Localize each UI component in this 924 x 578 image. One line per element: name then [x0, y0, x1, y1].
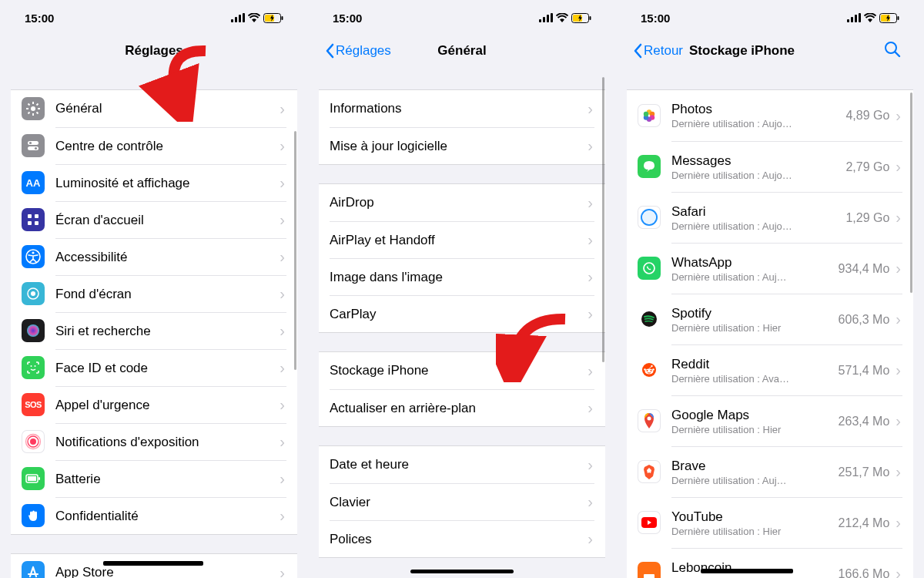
svg-point-62 [644, 263, 654, 274]
status-indicators [847, 13, 899, 23]
settings-row-face-id-et-code[interactable]: Face ID et code › [11, 349, 297, 386]
storage-row-whatsapp[interactable]: WhatsApp Dernière utilisation : Auj… 934… [627, 243, 913, 294]
settings-row-centre-de-contr-le[interactable]: Centre de contrôle › [11, 127, 297, 164]
chevron-right-icon: › [588, 493, 593, 511]
general-row-image-dans-l-image[interactable]: Image dans l'image › [319, 258, 605, 295]
storage-row-safari[interactable]: Safari Dernière utilisation : Aujo… 1,29… [627, 192, 913, 243]
storage-row-google-maps[interactable]: Google Maps Dernière utilisation : Hier … [627, 395, 913, 446]
svg-line-15 [37, 104, 38, 106]
general-row-carplay[interactable]: CarPlay › [319, 295, 605, 332]
storage-row-messages[interactable]: Messages Dernière utilisation : Aujo… 2,… [627, 141, 913, 192]
back-button[interactable]: Retour [633, 43, 683, 59]
settings-row-notifications-d-exposition[interactable]: Notifications d'exposition › [11, 423, 297, 460]
app-last-used: Dernière utilisation : Aujo… [671, 220, 810, 232]
row-label: App Store [55, 565, 280, 578]
status-time: 15:00 [641, 12, 670, 25]
svg-rect-75 [644, 574, 654, 578]
svg-point-31 [30, 439, 36, 445]
app-size: 263,4 Mo [839, 415, 890, 428]
general-row-mise-jour-logicielle[interactable]: Mise à jour logicielle › [319, 127, 605, 164]
app-size: 934,4 Mo [839, 262, 890, 276]
app-size: 606,3 Mo [839, 313, 890, 327]
back-button[interactable]: Réglages [325, 43, 391, 59]
general-row-informations[interactable]: Informations › [319, 90, 605, 127]
status-bar: 15:00 [319, 6, 605, 29]
app-last-used: Dernière utilisation : Auj… [671, 475, 810, 486]
svg-rect-1 [235, 17, 237, 22]
storage-row-spotify[interactable]: Spotify Dernière utilisation : Hier 606,… [627, 294, 913, 344]
cellular-signal-icon [231, 13, 245, 22]
settings-row--cran-d-accueil[interactable]: Écran d'accueil › [11, 201, 297, 238]
search-icon [884, 41, 901, 58]
svg-rect-20 [28, 214, 32, 218]
general-screen: 15:00 Réglages Général Informations › Mi… [319, 0, 605, 578]
chevron-right-icon: › [896, 311, 901, 328]
svg-line-13 [37, 113, 38, 114]
appstore-icon [22, 561, 45, 578]
svg-point-68 [644, 368, 646, 371]
app-last-used: Dernière utilisation : Hier [671, 322, 810, 334]
svg-rect-39 [547, 15, 549, 22]
app-size: 571,4 Mo [839, 364, 890, 378]
general-row-clavier[interactable]: Clavier › [319, 483, 605, 520]
settings-row-fond-d-cran[interactable]: Fond d'écran › [11, 275, 297, 312]
chevron-right-icon: › [280, 564, 285, 579]
search-button[interactable] [884, 41, 907, 61]
nav-bar: Réglages [11, 34, 297, 68]
chevron-right-icon: › [588, 231, 593, 249]
storage-row-brave[interactable]: Brave Dernière utilisation : Auj… 251,7 … [627, 446, 913, 497]
page-title: Stockage iPhone [689, 43, 795, 59]
svg-point-25 [32, 251, 34, 254]
row-label: Fond d'écran [55, 287, 280, 302]
safari-icon [638, 206, 661, 229]
general-row-date-et-heure[interactable]: Date et heure › [319, 446, 605, 483]
general-group-0: Informations › Mise à jour logicielle › [319, 89, 605, 165]
storage-row-leboncoin[interactable]: Leboncoin Dernière utilisation : Auj… 16… [627, 548, 913, 578]
general-row-airdrop[interactable]: AirDrop › [319, 184, 605, 221]
settings-row-confidentialit-[interactable]: Confidentialité › [11, 497, 297, 534]
svg-rect-44 [847, 19, 849, 22]
chevron-right-icon: › [280, 396, 285, 414]
app-name: Spotify [671, 306, 839, 321]
settings-row-accessibilit-[interactable]: Accessibilité › [11, 238, 297, 275]
general-row-polices[interactable]: Polices › [319, 520, 605, 557]
general-row-actualiser-en-arri-re-plan[interactable]: Actualiser en arrière-plan › [319, 389, 605, 426]
leboncoin-icon [638, 562, 661, 578]
chevron-right-icon: › [280, 137, 285, 155]
settings-row-appel-d-urgence[interactable]: SOS Appel d'urgence › [11, 386, 297, 423]
row-app-store[interactable]: App Store › [11, 554, 297, 578]
hand-icon [22, 504, 45, 527]
sos-icon: SOS [22, 393, 45, 416]
settings-row-batterie[interactable]: Batterie › [11, 460, 297, 497]
svg-rect-47 [859, 13, 861, 22]
storage-row-photos[interactable]: Photos Dernière utilisation : Aujo… 4,89… [627, 90, 913, 141]
youtube-icon [638, 511, 661, 534]
svg-rect-6 [282, 16, 283, 20]
settings-row-siri-et-recherche[interactable]: Siri et recherche › [11, 312, 297, 349]
wifi-icon [556, 13, 568, 22]
settings-row-g-n-ral[interactable]: Général › [11, 90, 297, 127]
chevron-left-icon [325, 43, 334, 59]
messages-icon [638, 155, 661, 178]
app-name: Messages [671, 153, 845, 169]
svg-rect-50 [898, 16, 899, 20]
svg-point-30 [35, 365, 36, 367]
general-row-stockage-iphone[interactable]: Stockage iPhone › [319, 352, 605, 389]
settings-row-luminosit-et-affichage[interactable]: AA Luminosité et affichage › [11, 164, 297, 201]
home-indicator[interactable] [410, 570, 514, 573]
storage-row-reddit[interactable]: Reddit Dernière utilisation : Ava… 571,4… [627, 344, 913, 395]
chevron-right-icon: › [588, 530, 593, 548]
app-last-used: Dernière utilisation : Aujo… [671, 118, 810, 129]
spotify-icon [638, 307, 661, 331]
chevron-right-icon: › [896, 514, 901, 532]
row-label: AirDrop [330, 195, 588, 210]
svg-point-7 [31, 106, 35, 111]
siri-icon [22, 319, 45, 342]
chevron-right-icon: › [588, 137, 593, 155]
general-row-airplay-et-handoff[interactable]: AirPlay et Handoff › [319, 221, 605, 258]
chevron-right-icon: › [280, 470, 285, 488]
storage-row-youtube[interactable]: YouTube Dernière utilisation : Hier 212,… [627, 497, 913, 548]
svg-rect-40 [551, 13, 553, 22]
chevron-right-icon: › [588, 399, 593, 417]
app-name: WhatsApp [671, 255, 839, 271]
